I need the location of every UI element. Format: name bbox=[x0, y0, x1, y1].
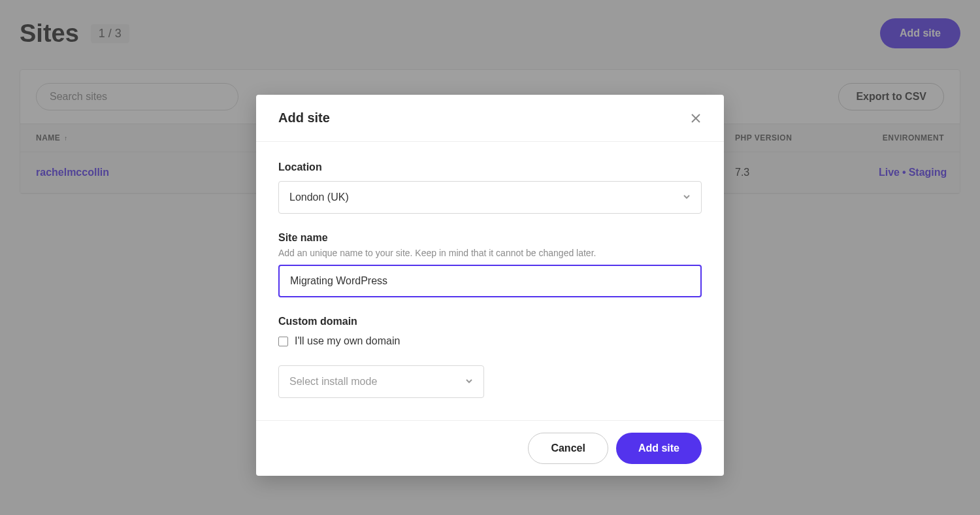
location-label: Location bbox=[278, 161, 702, 173]
location-select[interactable]: London (UK) bbox=[278, 181, 702, 214]
own-domain-checkbox[interactable] bbox=[278, 337, 288, 346]
chevron-down-icon bbox=[683, 191, 691, 203]
location-value: London (UK) bbox=[289, 191, 349, 203]
cancel-button[interactable]: Cancel bbox=[528, 433, 608, 464]
install-mode-select[interactable]: Select install mode bbox=[278, 365, 484, 398]
chevron-down-icon bbox=[465, 376, 473, 388]
add-site-modal: Add site Location London (UK) Site name … bbox=[256, 95, 724, 476]
own-domain-label: I'll use my own domain bbox=[295, 335, 400, 347]
install-mode-placeholder: Select install mode bbox=[289, 376, 377, 388]
sitename-help: Add an unique name to your site. Keep in… bbox=[278, 248, 702, 258]
sitename-input[interactable] bbox=[278, 265, 702, 297]
submit-add-site-button[interactable]: Add site bbox=[616, 433, 702, 464]
domain-label: Custom domain bbox=[278, 316, 702, 327]
close-icon[interactable] bbox=[690, 112, 702, 124]
modal-title: Add site bbox=[278, 110, 330, 125]
modal-overlay[interactable]: Add site Location London (UK) Site name … bbox=[0, 0, 980, 515]
sitename-label: Site name bbox=[278, 232, 702, 244]
